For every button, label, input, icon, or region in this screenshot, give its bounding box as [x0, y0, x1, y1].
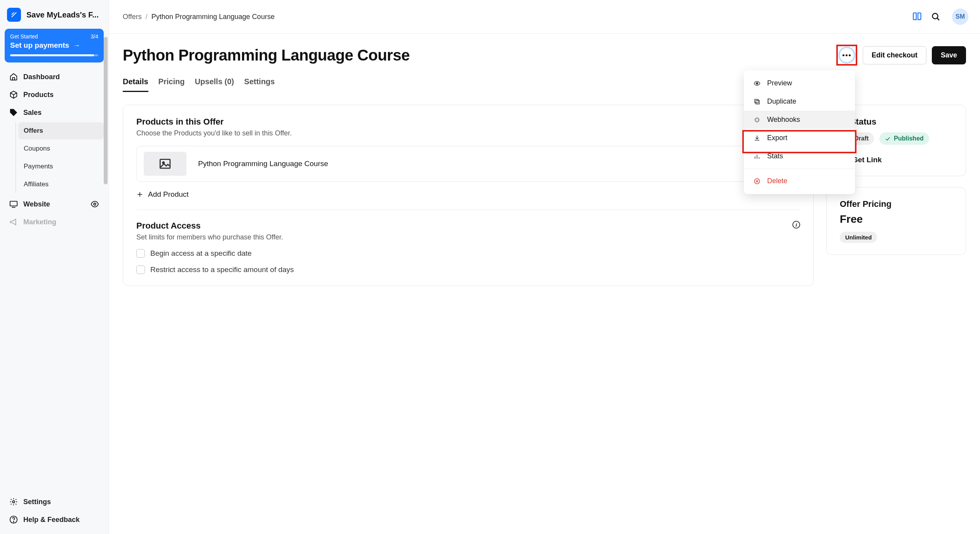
tab-upsells[interactable]: Upsells (0): [195, 74, 234, 92]
webhook-icon: [753, 116, 761, 124]
download-icon: [753, 134, 761, 142]
products-sub: Choose the Products you'd like to sell i…: [136, 129, 800, 137]
arrow-right-icon: →: [73, 42, 80, 50]
access-opt2-row[interactable]: Restrict access to a specific amount of …: [136, 265, 800, 274]
pricing-panel: Offer Pricing Free Unlimited: [826, 187, 966, 255]
dropdown-export[interactable]: Export: [744, 129, 855, 147]
access-opt2-label: Restrict access to a specific amount of …: [150, 265, 294, 274]
nav-payments[interactable]: Payments: [18, 158, 104, 175]
dropdown-duplicate-label: Duplicate: [767, 97, 796, 106]
nav-marketing[interactable]: Marketing: [5, 213, 104, 231]
page-title: Python Programming Language Course: [123, 47, 831, 64]
pricing-value: Free: [840, 213, 952, 225]
svg-rect-0: [10, 201, 17, 206]
nav-products[interactable]: Products: [5, 86, 104, 104]
get-started-action: Set up payments: [10, 41, 69, 50]
svg-rect-7: [756, 101, 759, 104]
stats-icon: [753, 153, 761, 160]
status-title: er Status: [840, 117, 952, 127]
status-published[interactable]: Published: [879, 132, 929, 145]
status-published-label: Published: [894, 135, 923, 142]
tag-icon: [9, 108, 18, 117]
nav-marketing-label: Marketing: [23, 218, 56, 226]
dropdown-delete[interactable]: Delete: [744, 172, 855, 190]
svg-point-5: [933, 14, 938, 19]
nav-sales-label: Sales: [23, 109, 42, 117]
nav-website[interactable]: Website: [5, 195, 104, 213]
main: Offers / Python Programming Language Cou…: [109, 0, 980, 534]
nav-dashboard[interactable]: Dashboard: [5, 68, 104, 86]
book-icon[interactable]: [912, 11, 923, 22]
dropdown-stats[interactable]: Stats: [744, 147, 855, 165]
dropdown-webhooks[interactable]: Webhooks: [744, 111, 855, 129]
breadcrumb-sep: /: [146, 13, 148, 21]
status-draft-label: Draft: [854, 135, 869, 142]
tab-pricing[interactable]: Pricing: [158, 74, 185, 92]
save-button[interactable]: Save: [932, 46, 966, 64]
product-row[interactable]: Python Programming Language Course: [136, 146, 800, 182]
dropdown-delete-label: Delete: [767, 177, 787, 185]
add-product-button[interactable]: Add Product: [136, 190, 800, 199]
sidebar-scrollbar[interactable]: [104, 37, 108, 258]
check-icon: [885, 136, 891, 142]
megaphone-icon: [9, 218, 18, 226]
edit-checkout-button[interactable]: Edit checkout: [863, 46, 926, 64]
more-button[interactable]: [838, 47, 855, 64]
breadcrumb-root[interactable]: Offers: [123, 13, 142, 21]
pricing-title: Offer Pricing: [840, 199, 952, 209]
svg-point-6: [756, 82, 758, 84]
nav-offers[interactable]: Offers: [18, 122, 104, 139]
get-link-label: Get Link: [852, 156, 882, 164]
pricing-unlimited: Unlimited: [840, 232, 877, 243]
more-dropdown: Preview Duplicate Webhooks Export: [744, 70, 855, 194]
dropdown-export-label: Export: [767, 134, 787, 142]
svg-rect-8: [755, 99, 758, 103]
delete-icon: [753, 177, 761, 185]
nav-settings[interactable]: Settings: [5, 493, 104, 511]
nav-help[interactable]: Help & Feedback: [5, 511, 104, 529]
search-icon[interactable]: [930, 11, 941, 22]
dropdown-preview[interactable]: Preview: [744, 74, 855, 92]
tab-settings[interactable]: Settings: [244, 74, 275, 92]
brand-name[interactable]: Save MyLeads's F...: [26, 10, 99, 19]
nav-affiliates[interactable]: Affiliates: [18, 176, 104, 193]
nav-help-label: Help & Feedback: [23, 516, 80, 524]
get-started-card[interactable]: Get Started 3/4 Set up payments →: [5, 29, 104, 62]
tab-details[interactable]: Details: [123, 74, 148, 92]
plus-icon: [136, 191, 143, 198]
dropdown-webhooks-label: Webhooks: [767, 116, 800, 124]
nav-coupons[interactable]: Coupons: [18, 140, 104, 157]
monitor-icon: [9, 200, 18, 208]
box-icon: [9, 90, 18, 99]
nav-dashboard-label: Dashboard: [23, 73, 60, 81]
page-header: Python Programming Language Course Previ…: [123, 45, 966, 66]
svg-point-4: [13, 522, 14, 522]
info-icon[interactable]: i: [792, 221, 800, 229]
nav-products-label: Products: [23, 91, 54, 99]
eye-icon: [753, 80, 761, 87]
svg-point-1: [94, 203, 96, 205]
dropdown-duplicate[interactable]: Duplicate: [744, 92, 855, 111]
nav-settings-label: Settings: [23, 498, 51, 506]
access-title: Product Access: [136, 221, 283, 231]
image-placeholder-icon: [144, 152, 186, 176]
dots-icon: [842, 54, 851, 56]
help-icon: [9, 515, 18, 524]
brand-logo[interactable]: [7, 8, 21, 22]
get-link-button[interactable]: Get Link: [840, 156, 952, 164]
nav-sales-submenu: Offers Coupons Payments Affiliates: [16, 122, 104, 193]
access-opt1-row[interactable]: Begin access at a specific date: [136, 249, 800, 258]
get-started-progress: 3/4: [91, 33, 98, 40]
access-opt2-checkbox[interactable]: [136, 265, 145, 274]
svg-point-2: [12, 501, 15, 503]
product-name: Python Programming Language Course: [198, 160, 328, 168]
nav-website-label: Website: [23, 200, 50, 208]
nav-sales[interactable]: Sales: [5, 104, 104, 121]
content: Python Programming Language Course Previ…: [109, 34, 980, 534]
sidebar-footer: Settings Help & Feedback: [0, 490, 108, 534]
gear-icon: [9, 498, 18, 506]
user-avatar[interactable]: SM: [952, 9, 968, 25]
copy-icon: [753, 98, 761, 106]
access-opt1-checkbox[interactable]: [136, 249, 145, 258]
eye-icon[interactable]: [91, 200, 99, 208]
